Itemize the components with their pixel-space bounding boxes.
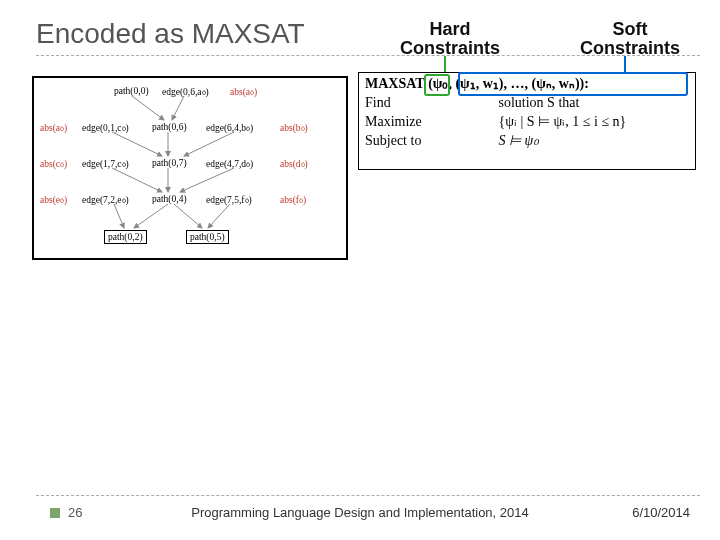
soft-pointer-line	[624, 56, 626, 72]
soft-constraint-highlight-box	[458, 72, 688, 96]
hard-constraints-label: Hard Constraints	[390, 20, 510, 58]
maxsat-find-row: Find solution S that	[365, 94, 689, 113]
maxsat-max-row: Maximize {ψᵢ | S ⊨ ψᵢ, 1 ≤ i ≤ n}	[365, 113, 689, 132]
maxsat-max-rhs: {ψᵢ | S ⊨ ψᵢ, 1 ≤ i ≤ n}	[499, 114, 627, 129]
divider-bottom	[36, 495, 700, 496]
maxsat-find-label: Find	[365, 94, 495, 113]
node-path02-boxed: path(0,2)	[104, 230, 147, 244]
node-path00: path(0,0)	[114, 86, 149, 96]
node-edge75: edge(7,5,f₀)	[206, 194, 252, 205]
maxsat-subj-rhs: S ⊨ ψ₀	[499, 133, 540, 148]
node-path05-boxed: path(0,5)	[186, 230, 229, 244]
page-title: Encoded as MAXSAT	[36, 18, 305, 50]
maxsat-find-rhs: solution S that	[499, 95, 580, 110]
node-path06: path(0,6)	[152, 122, 187, 132]
svg-line-9	[134, 204, 168, 228]
node-absa0-top: abs(a₀)	[230, 86, 257, 97]
hard-constraint-highlight-box	[424, 74, 450, 96]
node-absf0: abs(f₀)	[280, 194, 306, 205]
maxsat-max-label: Maximize	[365, 113, 495, 132]
node-abse0: abs(e₀)	[40, 194, 67, 205]
svg-line-4	[112, 132, 162, 156]
node-absa0-left: abs(a₀)	[40, 122, 67, 133]
svg-line-8	[114, 204, 124, 228]
svg-line-3	[184, 132, 234, 156]
maxsat-subj-row: Subject to S ⊨ ψ₀	[365, 132, 689, 151]
footer-date: 6/10/2014	[632, 505, 690, 520]
svg-line-10	[208, 204, 230, 228]
node-absb0: abs(b₀)	[280, 122, 308, 133]
soft-constraints-label: Soft Constraints	[570, 20, 690, 58]
node-edge72: edge(7,2,e₀)	[82, 194, 129, 205]
constraint-graph-box: path(0,0) edge(0,6,a₀) abs(a₀) abs(a₀) e…	[32, 76, 348, 260]
svg-line-11	[174, 204, 202, 228]
node-edge17: edge(1,7,c₀)	[82, 158, 129, 169]
svg-line-6	[112, 168, 162, 192]
node-edge64: edge(6,4,b₀)	[206, 122, 253, 133]
hard-line1: Hard Constraints	[400, 19, 500, 58]
node-edge06a: edge(0,6,a₀)	[162, 86, 209, 97]
svg-line-0	[132, 96, 164, 120]
slide: Encoded as MAXSAT Hard Constraints Soft …	[0, 0, 720, 540]
node-path07: path(0,7)	[152, 158, 187, 168]
node-edge47: edge(4,7,d₀)	[206, 158, 253, 169]
node-absc0: abs(c₀)	[40, 158, 67, 169]
node-edge01: edge(0,1,c₀)	[82, 122, 129, 133]
node-path04: path(0,4)	[152, 194, 187, 204]
svg-line-7	[180, 168, 234, 192]
soft-line1: Soft Constraints	[580, 19, 680, 58]
footer-venue: Programming Language Design and Implemen…	[0, 505, 720, 520]
node-absd0: abs(d₀)	[280, 158, 308, 169]
svg-line-1	[172, 96, 184, 120]
maxsat-subj-label: Subject to	[365, 132, 495, 151]
maxsat-header-name: MAXSAT	[365, 76, 425, 91]
